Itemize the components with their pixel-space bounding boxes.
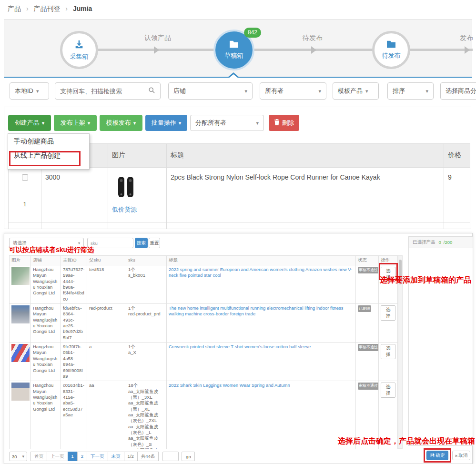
- breadcrumb-item-listing[interactable]: 产品刊登: [33, 5, 60, 12]
- picker-table-wrap: 图片 店铺 主账ID 父sku sku 标题 状态 操作 Hangzhou Ma…: [9, 255, 398, 449]
- publish-label: 发布上架: [61, 119, 85, 127]
- page-size-select[interactable]: 30 ▾: [9, 452, 27, 461]
- owner-select-label: 所有者: [265, 87, 284, 95]
- shop-cell: Hangzhou Mayun Wangluojishu Youxian Gong…: [31, 381, 61, 449]
- menu-item-manual-create[interactable]: 手动创建商品: [8, 134, 89, 148]
- batch-operations-button[interactable]: 批量操作 ▾: [145, 115, 187, 131]
- assign-owner-select[interactable]: 分配所有者 ▾: [190, 115, 264, 131]
- shop-select-label: 店铺: [173, 87, 186, 95]
- product-thumbnail[interactable]: [112, 195, 140, 202]
- picker-row: Hangzhou Mayun Wangluojishu Youxian Gong…: [10, 304, 398, 343]
- confirm-label: 确定: [436, 453, 445, 459]
- draft-count-badge: 842: [244, 28, 261, 38]
- step-label: 采集箱: [70, 52, 89, 61]
- category-select[interactable]: 选择商品分: [440, 82, 476, 100]
- goto-page-input[interactable]: [162, 452, 179, 461]
- goto-page-button[interactable]: go: [182, 452, 195, 461]
- chevron-down-icon: ▾: [256, 120, 259, 126]
- shop-select[interactable]: 店铺 ▾: [168, 82, 253, 100]
- page-1-button[interactable]: 1: [68, 452, 78, 461]
- picker-row: Hangzhou Mayun Wangluojishu Youxian Gong…: [10, 343, 398, 381]
- table-row: 1 3000 低价货源 2pcs Black Strong Nylon Self…: [9, 168, 470, 222]
- shop-header: 店铺: [31, 256, 61, 265]
- selected-limit: /200: [444, 240, 453, 245]
- prev-page-button[interactable]: 上一页: [47, 452, 68, 461]
- cancel-button[interactable]: × 取消: [452, 451, 470, 460]
- account-id-cell: fd6ebfc6-8364-493c-ae25-b9c97d2b5bf7: [61, 304, 87, 343]
- product-thumbnail: [11, 383, 30, 401]
- template-publish-button[interactable]: 模板发布 ▾: [100, 115, 142, 131]
- parent-sku-cell: test518: [87, 265, 126, 304]
- last-page-button[interactable]: 末页: [108, 452, 124, 461]
- id-type-select[interactable]: 本地ID ▾: [10, 82, 49, 100]
- product-thumbnail: [11, 305, 30, 323]
- product-title-link[interactable]: Crewneck printed short sleeve T-shirt wo…: [169, 344, 311, 349]
- step-pending-publish[interactable]: 待发布: [372, 31, 410, 69]
- arrow-right-icon: [311, 46, 316, 54]
- first-page-button[interactable]: 首页: [30, 452, 47, 461]
- status-badge: 已删除: [358, 305, 371, 312]
- product-title-link[interactable]: 2022 Shark Skin Leggings Women Wear Spri…: [169, 383, 290, 388]
- next-page-button[interactable]: 下一页: [87, 452, 108, 461]
- stepper-connector-label: 认领产品: [144, 34, 171, 42]
- product-title: 2pcs Black Strong Nylon Self-lock Rope C…: [167, 168, 444, 222]
- sort-select-label: 排序: [393, 87, 405, 95]
- page-2-button[interactable]: 2: [77, 452, 87, 461]
- image-header: 图片: [10, 256, 31, 265]
- picker-reset-button[interactable]: 重置: [149, 238, 160, 248]
- picker-row: Hangzhou Mayun Wangluojishu Youxian Gong…: [10, 265, 398, 304]
- account-id-cell: 787d7627-59ae-4444-b90a-f5f4fe46bdc0: [61, 265, 87, 304]
- step-collect-box[interactable]: 采集箱: [60, 31, 98, 69]
- action-header: 操作: [379, 256, 398, 265]
- batch-operations-label: 批量操作: [152, 119, 176, 127]
- trash-icon: [274, 119, 280, 127]
- breadcrumb-separator: ›: [65, 5, 68, 12]
- product-thumbnail: [11, 344, 30, 362]
- step-label: 待发布: [382, 51, 401, 60]
- breadcrumb-item-jumia: Jumia: [73, 5, 92, 12]
- account-header: 主账ID: [61, 256, 87, 265]
- search-icon[interactable]: [148, 87, 155, 95]
- chevron-down-icon: ▾: [88, 120, 91, 126]
- breadcrumb: 产品 › 产品刊登 › Jumia: [8, 5, 92, 13]
- picker-search-button[interactable]: 搜索: [135, 238, 148, 248]
- search-input[interactable]: [60, 88, 148, 95]
- title-header: 标题: [167, 144, 444, 168]
- pagination: 30 ▾ 首页 上一页 1 2 下一页 末页 1/2 共44条 go: [9, 452, 195, 461]
- owner-select[interactable]: 所有者 ▾: [260, 82, 326, 100]
- stepper-connector-label: 发布: [460, 34, 473, 42]
- confirm-button[interactable]: 确定: [426, 451, 448, 460]
- breadcrumb-item-products[interactable]: 产品: [8, 5, 21, 12]
- picker-filter-select-label: 请选择: [13, 240, 27, 246]
- create-product-button[interactable]: 创建产品 ▾: [8, 115, 51, 131]
- chevron-down-icon: ▾: [133, 120, 136, 126]
- product-title-link[interactable]: 2022 spring and summer European and Amer…: [169, 267, 352, 278]
- step-draft-box[interactable]: 842 草稿箱: [213, 30, 254, 71]
- product-title-link[interactable]: The new home intelligent multifunctional…: [169, 305, 343, 316]
- delete-button[interactable]: 删除: [269, 115, 299, 131]
- template-product-select[interactable]: 模板产品 ▾: [333, 82, 379, 100]
- row-checkbox[interactable]: [22, 174, 28, 181]
- local-id-cell: 3000: [41, 168, 108, 222]
- menu-item-create-from-online[interactable]: 从线上产品创建: [8, 148, 89, 162]
- product-thumbnail: [11, 267, 30, 285]
- sku-input[interactable]: [87, 238, 133, 248]
- sort-select[interactable]: 排序 ▾: [387, 82, 434, 100]
- page-size-value: 30: [12, 454, 17, 459]
- select-product-button[interactable]: 选择: [381, 344, 395, 359]
- select-product-button[interactable]: 选择: [381, 383, 395, 398]
- save-icon: [430, 453, 435, 458]
- low-price-source-link[interactable]: 低价货源: [112, 205, 137, 214]
- shop-cell: Hangzhou Mayun Wangluojishu Youxian Gong…: [31, 343, 61, 381]
- parent-sku-cell: a: [87, 343, 126, 381]
- chevron-down-icon: ▾: [36, 88, 39, 94]
- chevron-down-icon: ▾: [425, 88, 428, 94]
- select-product-button[interactable]: 选择: [381, 305, 395, 321]
- template-product-label: 模板产品: [338, 87, 363, 95]
- account-id-cell: 9fc70f7b-05b1-4a58-894a-69fff9008fa9: [61, 343, 87, 381]
- status-badge: 审核不通过: [358, 383, 379, 389]
- category-select-label: 选择商品分: [446, 87, 476, 95]
- parent-sku-cell: aa: [87, 381, 126, 449]
- publish-button[interactable]: 发布上架 ▾: [54, 115, 97, 131]
- chevron-down-icon: ▾: [78, 241, 80, 245]
